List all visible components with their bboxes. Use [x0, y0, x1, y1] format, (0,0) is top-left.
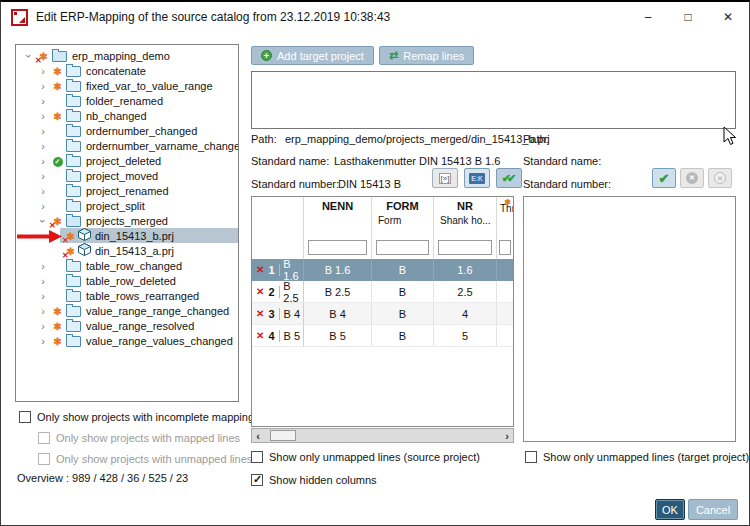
- remap-preview-box[interactable]: [251, 71, 736, 129]
- table-row[interactable]: ✕ 3 B 4 B 4 B 4: [252, 303, 513, 325]
- column-header-form[interactable]: FORM Form: [372, 197, 434, 235]
- filter-input-form[interactable]: [376, 240, 429, 255]
- tree-item-concatenate[interactable]: › ✱ concatenate: [16, 63, 238, 78]
- show-unmapped-target-checkbox[interactable]: Show only unmapped lines (target project…: [525, 451, 749, 463]
- remap-lines-button[interactable]: ⇄ Remap lines: [379, 46, 474, 65]
- chevron-right-icon[interactable]: ›: [36, 96, 50, 106]
- table-horizontal-scrollbar[interactable]: ‹ ›: [251, 428, 514, 443]
- tree-item-folder_renamed[interactable]: › folder_renamed: [16, 93, 238, 108]
- chevron-right-icon[interactable]: ›: [36, 111, 50, 121]
- row-header-column[interactable]: [252, 197, 304, 235]
- delete-line-icon[interactable]: ✕: [256, 286, 264, 297]
- chevron-right-icon[interactable]: ›: [36, 171, 50, 181]
- chevron-right-icon[interactable]: ›: [36, 66, 50, 76]
- cell-nenn[interactable]: B 5: [304, 325, 372, 347]
- cell-nr[interactable]: 2.5: [434, 281, 497, 303]
- maximize-button[interactable]: □: [668, 2, 708, 32]
- tree-item-fixed_var_to_value_range[interactable]: › ✱ fixed_var_to_value_range: [16, 78, 238, 93]
- add-target-project-button[interactable]: + Add target project: [251, 46, 374, 65]
- checkbox-unchecked[interactable]: [19, 411, 31, 423]
- chevron-expanded-icon[interactable]: ›: [38, 214, 48, 228]
- checkbox-unchecked[interactable]: [251, 451, 263, 463]
- tree-item-nb_changed[interactable]: › ✱ nb_changed: [16, 108, 238, 123]
- chevron-right-icon[interactable]: ›: [36, 141, 50, 151]
- chevron-right-icon[interactable]: ›: [36, 306, 50, 316]
- target-project-list[interactable]: [523, 196, 736, 442]
- filter-input-nr[interactable]: [438, 240, 492, 255]
- tree-item-ordernumber_changed[interactable]: › ordernumber_changed: [16, 123, 238, 138]
- cell-nenn[interactable]: B 4: [304, 303, 372, 325]
- scroll-left-icon[interactable]: ‹: [252, 429, 264, 442]
- tree-item-din_15413_a-prj[interactable]: ✱✕ din_15413_a.prj: [16, 243, 238, 258]
- tree-item-project_moved[interactable]: › project_moved: [16, 168, 238, 183]
- expression-editor-button[interactable]: E:K: [464, 168, 490, 188]
- ok-button[interactable]: OK: [655, 499, 685, 520]
- filter-input-nenn[interactable]: [308, 240, 367, 255]
- show-unmapped-source-checkbox[interactable]: Show only unmapped lines (source project…: [251, 451, 480, 463]
- checkbox-unchecked[interactable]: [525, 451, 537, 463]
- chevron-right-icon[interactable]: ›: [36, 126, 50, 136]
- chevron-right-icon[interactable]: ›: [36, 201, 50, 211]
- column-header-thread[interactable]: ✱ Thre...: [497, 197, 513, 235]
- cell-nr[interactable]: 5: [434, 325, 497, 347]
- row-header[interactable]: ✕ 2 B 2.5: [252, 281, 304, 303]
- minimize-button[interactable]: –: [628, 2, 668, 32]
- tree-item-project_renamed[interactable]: › project_renamed: [16, 183, 238, 198]
- cell-thread[interactable]: [497, 259, 513, 281]
- tree-item-projects_merged[interactable]: › ✱✕ projects_merged: [16, 213, 238, 228]
- cell-form[interactable]: B: [372, 281, 434, 303]
- cell-nr[interactable]: 1.6: [434, 259, 497, 281]
- chevron-right-icon[interactable]: ›: [36, 321, 50, 331]
- chevron-right-icon[interactable]: ›: [36, 186, 50, 196]
- folder-icon: [66, 201, 81, 212]
- cell-nenn[interactable]: B 1.6: [304, 259, 372, 281]
- cell-form[interactable]: B: [372, 303, 434, 325]
- delete-line-icon[interactable]: ✕: [256, 264, 264, 275]
- chevron-right-icon[interactable]: ›: [36, 276, 50, 286]
- table-row[interactable]: ✕ 4 B 5 B 5 B 5: [252, 325, 513, 347]
- tree-item-project_split[interactable]: › project_split: [16, 198, 238, 213]
- tree-item-project_deleted[interactable]: › ✓ project_deleted: [16, 153, 238, 168]
- cell-form[interactable]: B: [372, 325, 434, 347]
- row-header[interactable]: ✕ 1 B 1.6: [252, 259, 304, 281]
- tree-item-erp_mapping_demo[interactable]: › ✱✕ erp_mapping_demo: [16, 48, 238, 63]
- tree-item-value_range_range_changed[interactable]: › ✱ value_range_range_changed: [16, 303, 238, 318]
- column-header-nr[interactable]: NR Shank ho...: [434, 197, 497, 235]
- tree-item-value_range_resolved[interactable]: › ✱ value_range_resolved: [16, 318, 238, 333]
- value-mapping-button[interactable]: [»]: [432, 168, 458, 188]
- accept-mapping-button[interactable]: ✔: [652, 168, 676, 188]
- cell-thread[interactable]: [497, 303, 513, 325]
- cell-thread[interactable]: [497, 325, 513, 347]
- row-header[interactable]: ✕ 3 B 4: [252, 303, 304, 325]
- tree-item-table_row_changed[interactable]: › table_row_changed: [16, 258, 238, 273]
- delete-line-icon[interactable]: ✕: [256, 308, 264, 319]
- cell-thread[interactable]: [497, 281, 513, 303]
- tree-item-value_range_values_changed[interactable]: › ✱ value_range_values_changed: [16, 333, 238, 348]
- apply-all-button[interactable]: ✔✔: [496, 168, 522, 188]
- chevron-right-icon[interactable]: ›: [36, 156, 50, 166]
- row-header[interactable]: ✕ 4 B 5: [252, 325, 304, 347]
- cancel-button[interactable]: Cancel: [688, 499, 738, 520]
- checkbox-checked[interactable]: [251, 474, 263, 486]
- table-row[interactable]: ✕ 1 B 1.6 B 1.6 B 1.6: [252, 259, 513, 281]
- tree-item-ordernumber_varname_changed[interactable]: › ordernumber_varname_changed: [16, 138, 238, 153]
- cell-form[interactable]: B: [372, 259, 434, 281]
- chevron-right-icon[interactable]: ›: [36, 336, 50, 346]
- delete-line-icon[interactable]: ✕: [256, 330, 264, 341]
- chevron-expanded-icon[interactable]: ›: [24, 49, 34, 63]
- chevron-right-icon[interactable]: ›: [36, 291, 50, 301]
- tree-item-table_rows_rearranged[interactable]: › table_rows_rearranged: [16, 288, 238, 303]
- close-button[interactable]: ✕: [708, 2, 748, 32]
- filter-incomplete-mappings[interactable]: Only show projects with incomplete mappi…: [19, 411, 260, 423]
- scroll-right-icon[interactable]: ›: [501, 429, 513, 442]
- scrollbar-thumb[interactable]: [270, 430, 296, 441]
- chevron-right-icon[interactable]: ›: [36, 81, 50, 91]
- tree-item-table_row_deleted[interactable]: › table_row_deleted: [16, 273, 238, 288]
- table-row[interactable]: ✕ 2 B 2.5 B 2.5 B 2.5: [252, 281, 513, 303]
- chevron-right-icon[interactable]: ›: [36, 261, 50, 271]
- show-hidden-columns-checkbox[interactable]: Show hidden columns: [251, 474, 377, 486]
- column-header-nenn[interactable]: NENN: [304, 197, 372, 235]
- cell-nenn[interactable]: B 2.5: [304, 281, 372, 303]
- cell-nr[interactable]: 4: [434, 303, 497, 325]
- filter-input-thread[interactable]: [499, 240, 511, 255]
